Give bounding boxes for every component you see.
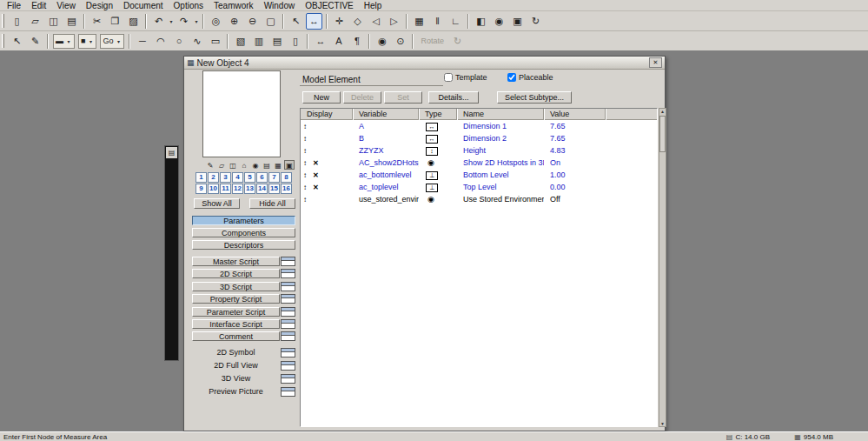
zoom-out-icon[interactable]: ⊖: [244, 13, 261, 30]
parameter-row[interactable]: ↕✕AC_show2DHotsp...◉Show 2D Hotspots in …: [301, 157, 657, 169]
scroll-down-icon[interactable]: ▼: [659, 421, 666, 426]
cut-icon[interactable]: ✂: [89, 13, 105, 30]
template-checkbox[interactable]: [444, 73, 453, 82]
camera-icon[interactable]: ◉: [491, 13, 507, 30]
menu-options[interactable]: Options: [169, 0, 209, 11]
param-set-button-15[interactable]: 15: [268, 184, 280, 194]
3d-script-window-icon[interactable]: [281, 282, 295, 291]
scrollbar-thumb[interactable]: [659, 116, 666, 152]
name-cell[interactable]: Height: [457, 146, 544, 155]
row-drag-handle-icon[interactable]: ↕: [303, 123, 307, 130]
param-set-button-14[interactable]: 14: [256, 184, 268, 194]
scroll-up-icon[interactable]: ▲: [659, 109, 666, 114]
comment-button[interactable]: Comment: [192, 331, 280, 341]
value-cell[interactable]: 4.83: [544, 146, 606, 155]
interface-script-window-icon[interactable]: [281, 319, 295, 329]
name-cell[interactable]: Show 2D Hotspots in 3D: [457, 158, 544, 167]
toolbar-grip[interactable]: [2, 34, 4, 48]
param-set-button-6[interactable]: 6: [256, 172, 268, 183]
column-header-name[interactable]: Name: [457, 109, 544, 120]
palette-icon[interactable]: ▤: [166, 147, 177, 158]
menu-design[interactable]: Design: [81, 0, 118, 11]
hotspot-icon[interactable]: ◉: [250, 160, 261, 170]
list-icon[interactable]: ▣: [284, 160, 295, 170]
parameter-row[interactable]: ↕✕ac_toplevel⊥Top Level0.00: [301, 181, 657, 193]
orbit-icon[interactable]: ◇: [349, 13, 366, 30]
undo-dropdown-icon[interactable]: ▾: [168, 18, 175, 24]
2d-symbol-window-icon[interactable]: [281, 348, 295, 357]
param-set-button-16[interactable]: 16: [281, 184, 292, 194]
master-script-button[interactable]: Master Script: [192, 257, 280, 266]
param-set-button-4[interactable]: 4: [232, 172, 243, 183]
fill-tool-icon[interactable]: ▧: [232, 33, 248, 50]
guide-lines-icon[interactable]: ‖: [429, 13, 446, 30]
pen-color-combo[interactable]: ■▾: [78, 34, 96, 49]
variable-cell[interactable]: ac_bottomlevel: [353, 170, 419, 179]
row-drag-handle-icon[interactable]: ↕: [303, 184, 307, 191]
row-drag-handle-icon[interactable]: ↕: [303, 196, 307, 204]
param-set-button-5[interactable]: 5: [244, 172, 255, 183]
parameter-row[interactable]: ↕ZZYZX↕Height4.83: [301, 144, 657, 157]
arrow-tool-icon[interactable]: ↖: [288, 13, 304, 30]
param-set-button-2[interactable]: 2: [208, 172, 219, 183]
label-tool-icon[interactable]: ¶: [348, 33, 365, 50]
open-file-icon[interactable]: ▱: [27, 13, 43, 30]
2d-full-view-window-icon[interactable]: [281, 361, 295, 371]
value-cell[interactable]: Off: [544, 195, 606, 204]
descriptors-button[interactable]: Descriptors: [192, 240, 295, 250]
pen-color-dropdown-icon[interactable]: ▾: [87, 38, 94, 44]
pan-icon[interactable]: ✛: [331, 13, 348, 30]
parameter-row[interactable]: ↕B↔Dimension 27.65: [301, 132, 657, 144]
row-drag-handle-icon[interactable]: ↕: [303, 159, 307, 167]
fit-in-window-icon[interactable]: ▢: [262, 13, 279, 30]
redo-icon[interactable]: ↷: [176, 13, 192, 30]
name-cell[interactable]: Top Level: [457, 183, 544, 191]
variable-cell[interactable]: use_stored_enviro...: [353, 195, 419, 204]
menu-window[interactable]: Window: [259, 0, 301, 11]
master-script-window-icon[interactable]: [281, 257, 295, 266]
subtype-label[interactable]: Model Element: [302, 75, 361, 84]
column-header-variable[interactable]: Variable: [353, 109, 419, 120]
value-cell[interactable]: 0.00: [544, 183, 606, 191]
zoom-in-icon[interactable]: ⊕: [226, 13, 242, 30]
row-drag-handle-icon[interactable]: ↕: [303, 147, 307, 155]
section-view-icon[interactable]: ◧: [473, 13, 489, 30]
paste-icon[interactable]: ▨: [125, 13, 142, 30]
value-cell[interactable]: On: [544, 158, 606, 167]
monitor-icon[interactable]: ◫: [228, 160, 238, 170]
menu-help[interactable]: Help: [359, 0, 388, 11]
name-cell[interactable]: Dimension 2: [457, 134, 544, 143]
placeable-checkbox[interactable]: [507, 73, 516, 82]
line-weight-combo[interactable]: ▬▾: [53, 34, 75, 49]
value-cell[interactable]: 7.65: [544, 134, 606, 143]
parameter-row[interactable]: ↕A↔Dimension 17.65: [301, 120, 657, 132]
property-script-window-icon[interactable]: [281, 294, 295, 304]
param-set-button-10[interactable]: 10: [208, 184, 219, 194]
wall-tool-icon[interactable]: ▥: [250, 33, 267, 50]
value-cell[interactable]: 7.65: [544, 122, 606, 130]
param-set-button-1[interactable]: 1: [195, 172, 207, 183]
menu-view[interactable]: View: [51, 0, 81, 11]
go-to-combo[interactable]: Go▾: [100, 34, 124, 49]
rebuild-icon[interactable]: ↻: [527, 13, 544, 30]
param-set-button-3[interactable]: 3: [220, 172, 231, 183]
template-option[interactable]: Template: [444, 73, 487, 82]
param-set-button-7[interactable]: 7: [268, 172, 280, 183]
preview-picture-window-icon[interactable]: [281, 387, 295, 397]
circle-tool-icon[interactable]: ○: [170, 33, 187, 50]
parameters-button[interactable]: Parameters: [192, 216, 295, 225]
measure-tool-icon[interactable]: ↔: [306, 13, 322, 30]
parameter-row[interactable]: ↕use_stored_enviro...◉Use Stored Environ…: [301, 193, 657, 205]
menu-edit[interactable]: Edit: [26, 0, 51, 11]
toolbar-grip[interactable]: [2, 14, 4, 28]
rectangle-tool-icon[interactable]: ▭: [207, 33, 223, 50]
detail-tool-icon[interactable]: ⊙: [392, 33, 408, 50]
hotspot-tool-icon[interactable]: ◉: [374, 33, 390, 50]
find-select-icon[interactable]: ◎: [208, 13, 224, 30]
param-set-button-9[interactable]: 9: [195, 184, 207, 194]
pen-tool-icon[interactable]: ✎: [27, 33, 43, 50]
hide-all-button[interactable]: Hide All: [249, 198, 295, 209]
new-button[interactable]: New: [302, 91, 341, 104]
polygon-icon[interactable]: ▱: [216, 160, 227, 170]
column-header-type[interactable]: Type: [419, 109, 457, 120]
